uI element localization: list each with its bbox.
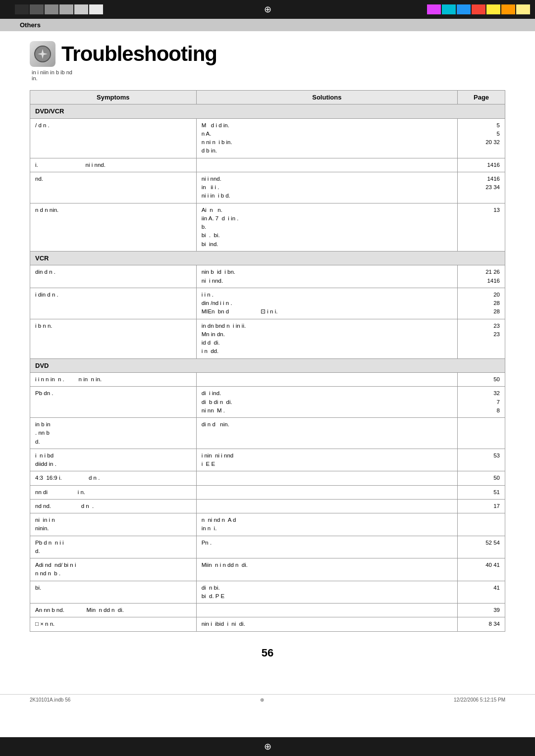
solutions-cell: ni i nnd. in ii i . ni i in i b d. [196, 172, 457, 203]
symptoms-cell: i. ni i nnd. [30, 158, 197, 172]
footer-compass: ⊕ [260, 697, 264, 703]
footer-right: 12/22/2006 5:12:15 PM [454, 697, 505, 703]
solutions-cell: di n bi. bi d. P E [196, 581, 457, 604]
symptoms-cell: nd. [30, 172, 197, 203]
page-cell [458, 513, 505, 536]
page-cell: 1416 23 34 [458, 172, 505, 203]
solutions-cell: Pn . [196, 536, 457, 558]
page-cell: 20 28 28 [458, 288, 505, 319]
table-row: Pb d n n i i d.Pn .52 54 [30, 536, 505, 558]
symptoms-cell: ni in i n ninin. [30, 513, 197, 536]
page-cell: 8 34 [458, 617, 505, 631]
swatch-2 [30, 4, 44, 14]
table-row: 4:3 16:9 i. d n .50 [30, 471, 505, 485]
symptoms-cell: n d n nin. [30, 203, 197, 251]
page-number: 56 [30, 647, 505, 659]
header-solutions: Solutions [196, 91, 457, 104]
swatch-3 [45, 4, 58, 14]
solutions-cell [196, 485, 457, 499]
symptoms-cell: bi. [30, 581, 197, 604]
table-row: i i n n in n . n in n in.50 [30, 373, 505, 387]
swatch-1 [15, 4, 29, 14]
solutions-cell: in dn bnd n i in ii. Mn in dn. id d di. … [196, 319, 457, 358]
table-row: bi.di n bi. bi d. P E41 [30, 581, 505, 604]
solutions-cell: di i ind. di b di n di. ni nn M . [196, 387, 457, 418]
table-row: Pb dn .di i ind. di b di n di. ni nn M .… [30, 387, 505, 418]
table-row: i n i bd diidd in .i nin ni i nnd i E E5… [30, 449, 505, 471]
table-row: i din d n .i i n . din /nd i i n . MIEn … [30, 288, 505, 319]
swatch-cyan [442, 4, 456, 14]
page-cell: 13 [458, 203, 505, 251]
table-row: □ × n n.nin i ibid i ni di.8 34 [30, 617, 505, 631]
page-cell: 39 [458, 604, 505, 617]
subtitle-line2: in. [32, 75, 38, 81]
solutions-cell: Ai n n. iin A. 7 d i in . b. bi . bi. bi… [196, 203, 457, 251]
page-cell: 21 26 1416 [458, 265, 505, 288]
title-icon [30, 41, 55, 67]
page-cell: 23 23 [458, 319, 505, 358]
solutions-cell [196, 471, 457, 485]
symptoms-cell: □ × n n. [30, 617, 197, 631]
page-cell: 50 [458, 373, 505, 387]
table-row: i. ni i nnd.1416 [30, 158, 505, 172]
table-row: nn di i n.51 [30, 485, 505, 499]
solutions-cell: Miin n i n dd n di. [196, 558, 457, 581]
symptoms-cell: nd nd. d n . [30, 499, 197, 513]
solutions-cell: M d i d in. n A. n ni n i b in. d b in. [196, 118, 457, 158]
symptoms-cell: in b in . nn b d. [30, 418, 197, 449]
solutions-cell: i i n . din /nd i i n . MIEn bn d ⊡ i n … [196, 288, 457, 319]
section-name: VCR [30, 251, 505, 265]
page-cell: 32 7 8 [458, 387, 505, 418]
subtitle-line1: in i niin in b ib nd [32, 69, 72, 75]
header-symptoms: Symptoms [30, 91, 197, 104]
solutions-cell: nin i ibid i ni di. [196, 617, 457, 631]
symptoms-cell: Pb d n n i i d. [30, 536, 197, 558]
bottom-compass: ⊕ [264, 741, 271, 752]
page-cell: 17 [458, 499, 505, 513]
swatch-lightyellow [516, 4, 530, 14]
page-cell: 5 5 20 32 [458, 118, 505, 158]
swatch-6 [89, 4, 103, 14]
page-cell [458, 418, 505, 449]
section-row: VCR [30, 251, 505, 265]
page-cell: 40 41 [458, 558, 505, 581]
solutions-cell [196, 373, 457, 387]
solutions-cell [196, 499, 457, 513]
symptoms-cell: Adi nd nd/ bi n i n nd n b . [30, 558, 197, 581]
troubleshooting-table: Symptoms Solutions Page DVD/VCR/ d n .M … [30, 90, 505, 632]
swatches-left [15, 4, 103, 14]
section-name: DVD [30, 358, 505, 373]
symptoms-cell: din d n . [30, 265, 197, 288]
solutions-cell: n ni nd n A d in n i. [196, 513, 457, 536]
top-bar: ⊕ [0, 0, 535, 19]
swatch-4 [59, 4, 73, 14]
table-row: n d n nin.Ai n n. iin A. 7 d i in . b. b… [30, 203, 505, 251]
swatch-5 [74, 4, 88, 14]
solutions-cell [196, 158, 457, 172]
section-header: Others [0, 19, 535, 31]
page-content: Troubleshooting in i niin in b ib nd in.… [0, 41, 535, 689]
symptoms-cell: i din d n . [30, 288, 197, 319]
bottom-bar: ⊕ [0, 737, 535, 756]
symptoms-cell: / d n . [30, 118, 197, 158]
subtitle: in i niin in b ib nd in. [30, 69, 505, 81]
swatch-purple [427, 4, 441, 14]
symptoms-cell: i n i bd diidd in . [30, 449, 197, 471]
symptoms-cell: i i n n in n . n in n in. [30, 373, 197, 387]
table-row: in b in . nn b d.di n d nin. [30, 418, 505, 449]
solutions-cell: nin b id i bn. ni i nnd. [196, 265, 457, 288]
symptoms-cell: An nn b nd. Min n dd n di. [30, 604, 197, 617]
table-row: nd nd. d n .17 [30, 499, 505, 513]
swatch-blue [457, 4, 471, 14]
table-row: / d n .M d i d in. n A. n ni n i b in. d… [30, 118, 505, 158]
page-cell: 52 54 [458, 536, 505, 558]
table-row: An nn b nd. Min n dd n di.39 [30, 604, 505, 617]
top-compass: ⊕ [264, 4, 271, 15]
table-row: nd.ni i nnd. in ii i . ni i in i b d.141… [30, 172, 505, 203]
table-row: Adi nd nd/ bi n i n nd n b .Miin n i n d… [30, 558, 505, 581]
solutions-cell: di n d nin. [196, 418, 457, 449]
title-area: Troubleshooting [30, 41, 505, 67]
header-page: Page [458, 91, 505, 104]
page-cell: 51 [458, 485, 505, 499]
symptoms-cell: nn di i n. [30, 485, 197, 499]
